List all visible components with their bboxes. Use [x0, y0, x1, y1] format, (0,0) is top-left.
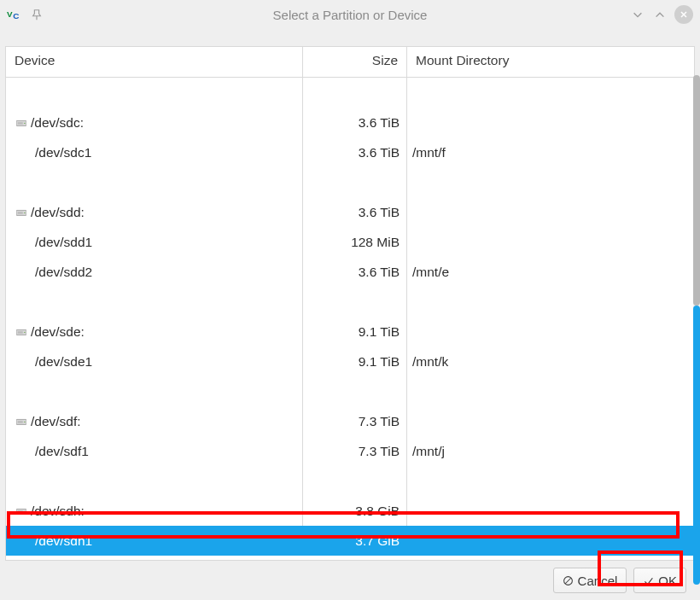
ok-label: OK — [658, 574, 677, 588]
mount-directory — [407, 197, 694, 227]
mount-directory — [407, 108, 694, 137]
svg-point-19 — [24, 510, 25, 511]
device-size: 9.1 TiB — [303, 317, 407, 347]
pin-icon[interactable] — [31, 9, 43, 20]
svg-rect-6 — [18, 122, 23, 125]
table-row-blank — [6, 376, 694, 406]
table-row-blank — [6, 287, 694, 317]
device-path: /dev/sde1 — [35, 354, 92, 370]
table-row-blank — [6, 78, 694, 108]
table-row[interactable]: /dev/sdh13.7 GiB — [6, 526, 694, 556]
cancel-icon — [563, 575, 574, 586]
chevron-up-icon[interactable] — [652, 7, 668, 22]
device-path: /dev/sdf: — [31, 414, 81, 429]
svg-point-10 — [24, 212, 25, 213]
mount-directory: /mnt/f — [407, 137, 694, 167]
device-path: /dev/sdc: — [31, 115, 84, 131]
svg-point-13 — [24, 331, 25, 332]
column-header-size[interactable]: Size — [303, 47, 407, 78]
mount-directory — [407, 317, 694, 347]
table-row[interactable]: /dev/sdc13.6 TiB/mnt/f — [6, 137, 694, 167]
cancel-label: Cancel — [578, 574, 618, 588]
svg-point-16 — [24, 421, 25, 422]
svg-rect-9 — [18, 212, 23, 214]
table-row-blank — [6, 167, 694, 197]
table-body: /dev/sdc:3.6 TiB/dev/sdc13.6 TiB/mnt/f/d… — [6, 78, 694, 560]
device-path: /dev/sdd: — [31, 205, 85, 220]
device-size: 128 MiB — [303, 227, 407, 257]
mount-directory: /mnt/e — [407, 257, 694, 287]
table-row[interactable]: /dev/sdd:3.6 TiB — [6, 197, 694, 227]
dialog-window: VC Select a Partition or Device Device S… — [0, 0, 700, 600]
titlebar: VC Select a Partition or Device — [0, 0, 700, 29]
device-size: 7.3 TiB — [303, 436, 407, 466]
svg-rect-15 — [18, 421, 23, 423]
device-table: Device Size Mount Directory /dev/sdc:3.6… — [5, 46, 695, 561]
mount-directory — [407, 227, 694, 257]
device-path: /dev/sdd2 — [35, 265, 92, 280]
button-bar: Cancel OK — [0, 561, 700, 600]
drive-icon — [16, 208, 26, 217]
device-path: /dev/sdh: — [31, 504, 85, 519]
device-size: 3.6 TiB — [303, 137, 407, 167]
window-title: Select a Partition or Device — [0, 8, 700, 22]
content-area: Device Size Mount Directory /dev/sdc:3.6… — [0, 29, 700, 561]
device-size: 3.7 GiB — [303, 526, 407, 556]
cancel-button[interactable]: Cancel — [553, 568, 627, 593]
app-icon: VC — [7, 7, 22, 22]
column-header-mount[interactable]: Mount Directory — [407, 47, 694, 78]
vertical-scrollbar[interactable] — [693, 75, 700, 585]
drive-icon — [16, 328, 26, 336]
device-path: /dev/sde: — [31, 324, 85, 340]
svg-text:C: C — [13, 11, 19, 20]
svg-line-21 — [565, 578, 571, 584]
device-path: /dev/sdd1 — [35, 235, 92, 250]
table-row[interactable]: /dev/sdd1128 MiB — [6, 227, 694, 257]
drive-icon — [16, 119, 26, 127]
ok-button[interactable]: OK — [633, 568, 686, 593]
device-size: 3.6 TiB — [303, 197, 407, 227]
device-size: 3.6 TiB — [303, 257, 407, 287]
ok-icon — [643, 575, 654, 586]
table-row[interactable]: /dev/sdh:3.8 GiB — [6, 496, 694, 526]
table-row-blank — [6, 466, 694, 496]
mount-directory — [407, 406, 694, 436]
drive-icon — [16, 417, 26, 426]
table-row[interactable]: /dev/sdf17.3 TiB/mnt/j — [6, 436, 694, 466]
close-button[interactable] — [674, 5, 693, 24]
svg-rect-12 — [18, 331, 23, 334]
table-row[interactable]: /dev/sdd23.6 TiB/mnt/e — [6, 257, 694, 287]
table-row[interactable]: /dev/sdf:7.3 TiB — [6, 406, 694, 436]
svg-point-7 — [24, 122, 25, 123]
drive-icon — [16, 507, 26, 516]
table-header: Device Size Mount Directory — [6, 47, 694, 78]
table-row[interactable]: /dev/sde19.1 TiB/mnt/k — [6, 347, 694, 376]
device-size: 3.8 GiB — [303, 496, 407, 526]
table-row[interactable]: /dev/sdc:3.6 TiB — [6, 108, 694, 137]
mount-directory: /mnt/k — [407, 347, 694, 376]
table-row[interactable]: /dev/sde:9.1 TiB — [6, 317, 694, 347]
device-path: /dev/sdh1 — [35, 533, 92, 549]
svg-rect-18 — [18, 510, 23, 513]
mount-directory — [407, 496, 694, 526]
device-size: 7.3 TiB — [303, 406, 407, 436]
device-path: /dev/sdf1 — [35, 444, 89, 459]
mount-directory: /mnt/j — [407, 436, 694, 466]
device-size: 3.6 TiB — [303, 108, 407, 137]
chevron-down-icon[interactable] — [630, 7, 645, 22]
device-size: 9.1 TiB — [303, 347, 407, 376]
device-path: /dev/sdc1 — [35, 145, 91, 160]
svg-text:V: V — [7, 9, 13, 19]
column-header-device[interactable]: Device — [6, 47, 303, 78]
mount-directory — [407, 526, 694, 556]
